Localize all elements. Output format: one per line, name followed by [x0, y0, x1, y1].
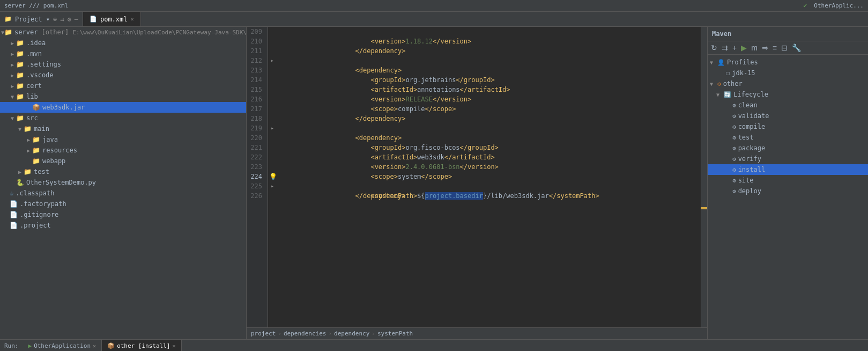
- java-arrow: ▶: [25, 137, 32, 143]
- factorypath-icon: 📄: [10, 200, 18, 208]
- main-label: main: [34, 125, 49, 133]
- fold-219[interactable]: ▸: [268, 123, 277, 133]
- project-file-icon: 📄: [10, 222, 18, 229]
- run-tab-other-install[interactable]: 📦 other [install] ✕: [102, 340, 181, 351]
- maven-settings-btn[interactable]: 🔧: [791, 42, 802, 53]
- pom-xml-tab[interactable]: 📄 pom.xml ✕: [83, 12, 141, 26]
- root-folder-icon: 📁: [4, 28, 12, 36]
- code-line-217: </dependency>: [278, 104, 701, 114]
- code-line-212: <dependency>: [278, 56, 701, 65]
- line-num-218: 218: [247, 114, 264, 123]
- sidebar-item-mvn[interactable]: ▶ 📁 .mvn: [0, 48, 246, 59]
- maven-skip-btn[interactable]: ⇒: [761, 42, 769, 53]
- sidebar-item-settings[interactable]: ▶ 📁 .settings: [0, 59, 246, 70]
- maven-validate[interactable]: ⚙ validate: [708, 111, 868, 121]
- maven-refresh-btn[interactable]: ↻: [710, 42, 718, 53]
- maven-verify[interactable]: ⚙ verify: [708, 153, 868, 164]
- maven-install[interactable]: ⚙ install: [708, 164, 868, 175]
- collapse-icon[interactable]: ⇉: [60, 16, 64, 23]
- maven-lifecycle-section[interactable]: ▼ 🔄 Lifecycle: [708, 89, 868, 100]
- breadcrumb-dependency[interactable]: dependency: [334, 330, 369, 337]
- sidebar-item-gitignore[interactable]: 📄 .gitignore: [0, 209, 246, 220]
- factorypath-label: .factorypath: [20, 200, 66, 208]
- breadcrumb-systempath[interactable]: systemPath: [377, 330, 413, 337]
- app-run-icon: ▶: [28, 342, 32, 349]
- editor-scrollbar[interactable]: [701, 27, 707, 327]
- sidebar-item-resources[interactable]: ▶ 📁 resources: [0, 145, 246, 156]
- other-install-tab-label: other [install]: [117, 342, 170, 349]
- line-num-213: 213: [247, 65, 264, 75]
- sidebar-item-web3sdk[interactable]: 📦 web3sdk.jar: [0, 102, 246, 113]
- othersystemdemo-label: OtherSystemDemo.py: [26, 179, 96, 186]
- test-label: test: [34, 168, 49, 176]
- maven-profiles-section[interactable]: ▼ 👤 Profiles: [708, 57, 868, 68]
- webapp-label: webapp: [42, 157, 65, 165]
- maven-clean[interactable]: ⚙ clean: [708, 100, 868, 111]
- classpath-file-icon: ☕: [10, 189, 13, 197]
- sidebar-item-othersystemdemo[interactable]: 🐍 OtherSystemDemo.py: [0, 177, 246, 188]
- settings-arrow: ▶: [9, 62, 16, 68]
- sidebar-root[interactable]: ▼ 📁 server [other] E:\www\QuKuaiLian\Upl…: [0, 27, 246, 38]
- run-tab-otherapplication[interactable]: ▶ OtherApplication ✕: [23, 340, 102, 351]
- profiles-label: Profiles: [727, 58, 758, 66]
- maven-compile[interactable]: ⚙ compile: [708, 121, 868, 132]
- maven-other-item[interactable]: ▼ ⚙ other: [708, 78, 868, 89]
- code-line-213: <groupId>org.jetbrains</groupId>: [278, 65, 701, 75]
- profiles-arrow: ▼: [710, 60, 717, 65]
- maven-deploy[interactable]: ⚙ deploy: [708, 186, 868, 196]
- fold-225[interactable]: ▸: [268, 181, 277, 191]
- verify-gear-icon: ⚙: [732, 156, 736, 163]
- maven-jdk15-item[interactable]: ☐ jdk-15: [708, 68, 868, 78]
- other-arrow: ▼: [710, 81, 717, 87]
- cert-label: cert: [26, 82, 42, 90]
- maven-run-btn[interactable]: ▶: [740, 42, 748, 53]
- otherapplication-close-btn[interactable]: ✕: [93, 343, 96, 349]
- maven-m-btn[interactable]: m: [750, 42, 759, 53]
- minimize-icon[interactable]: —: [75, 16, 78, 23]
- settings-gear-icon[interactable]: ⚙: [68, 16, 71, 23]
- sidebar-item-factorypath[interactable]: 📄 .factorypath: [0, 199, 246, 209]
- src-folder-icon: 📁: [16, 114, 24, 122]
- maven-site[interactable]: ⚙ site: [708, 175, 868, 186]
- sidebar-item-classpath[interactable]: ☕ .classpath: [0, 188, 246, 199]
- breadcrumb-project[interactable]: project: [251, 330, 276, 337]
- tab-close-button[interactable]: ✕: [131, 16, 134, 22]
- maven-toggle2-btn[interactable]: ⊟: [780, 42, 789, 53]
- resources-folder-icon: 📁: [32, 147, 40, 154]
- maven-toolbar: ↻ ⇉ + ▶ m ⇒ ≡ ⊟ 🔧: [708, 41, 868, 55]
- maven-test[interactable]: ⚙ test: [708, 132, 868, 143]
- sidebar-item-lib[interactable]: ▼ 📁 lib: [0, 91, 246, 102]
- classpath-label: .classpath: [16, 189, 54, 197]
- sidebar-item-java[interactable]: ▶ 📁 java: [0, 134, 246, 145]
- code-line-215: <version>RELEASE</version>: [278, 85, 701, 94]
- maven-toggle1-btn[interactable]: ≡: [771, 42, 778, 53]
- line-num-216: 216: [247, 94, 264, 104]
- sidebar-item-src[interactable]: ▼ 📁 src: [0, 113, 246, 123]
- compile-gear-icon: ⚙: [732, 123, 736, 130]
- project-label: Project ▾: [15, 16, 50, 23]
- breadcrumb-sep-3: ›: [372, 330, 375, 337]
- test-lifecycle-label: test: [738, 134, 754, 141]
- breadcrumb-dependencies[interactable]: dependencies: [284, 330, 326, 337]
- maven-add-btn[interactable]: +: [731, 42, 738, 53]
- mvn-folder-icon: 📁: [16, 50, 24, 57]
- maven-package[interactable]: ⚙ package: [708, 143, 868, 153]
- line-num-214: 214: [247, 75, 264, 85]
- sidebar-item-main[interactable]: ▼ 📁 main: [0, 123, 246, 134]
- other-install-close-btn[interactable]: ✕: [172, 343, 175, 349]
- install-run-icon: 📦: [107, 342, 115, 349]
- sidebar-item-cert[interactable]: ▶ 📁 cert: [0, 81, 246, 91]
- scope-icon[interactable]: ⊕: [53, 16, 57, 23]
- src-arrow: ▼: [9, 115, 16, 121]
- editor-scroll[interactable]: 209 210 211 212 213 214 215 216 217 218 …: [247, 27, 707, 327]
- sidebar-item-vscode[interactable]: ▶ 📁 .vscode: [0, 70, 246, 81]
- jdk15-checkbox[interactable]: ☐: [726, 69, 730, 77]
- sidebar-item-project[interactable]: 📄 .project: [0, 220, 246, 231]
- maven-collapse-btn[interactable]: ⇉: [721, 42, 729, 53]
- sidebar-item-webapp[interactable]: 📁 webapp: [0, 156, 246, 166]
- deploy-label: deploy: [738, 187, 761, 195]
- sidebar-item-idea[interactable]: ▶ 📁 .idea: [0, 38, 246, 48]
- fold-212[interactable]: ▸: [268, 56, 277, 65]
- sidebar-item-test[interactable]: ▶ 📁 test: [0, 166, 246, 177]
- package-label: package: [738, 144, 766, 152]
